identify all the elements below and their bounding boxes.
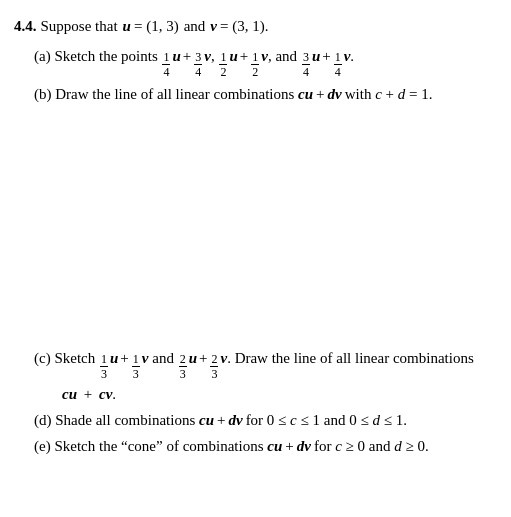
- frac-3-4-a: 34: [194, 50, 202, 80]
- v-bold-a1: v,: [204, 44, 218, 68]
- part-a-and: and: [275, 44, 300, 68]
- part-b-text: Draw the line of all linear combinations: [55, 82, 298, 106]
- part-d-text1: Shade all combinations: [55, 408, 199, 432]
- frac-2-3-c1: 23: [179, 352, 187, 382]
- cv-bold-c: cv.: [99, 386, 116, 402]
- u-bold-c2: u: [189, 346, 197, 370]
- part-a: (a) Sketch the points 14 u + 34 v, 12 u …: [34, 44, 493, 80]
- plus-b: +: [316, 82, 324, 106]
- plus-e: +: [285, 434, 293, 458]
- problem-number: 4.4.: [14, 14, 37, 38]
- plus-d: +: [217, 408, 225, 432]
- v-bold-c2: v.: [220, 346, 234, 370]
- problem-header: 4.4. Suppose that u = (1, 3) and v = (3,…: [14, 14, 493, 42]
- dv-bold-e: dv: [297, 434, 311, 458]
- part-c: (c) Sketch 13 u + 13 v and 23 u + 23 v. …: [34, 346, 493, 406]
- dv-bold-b: dv: [328, 82, 342, 106]
- u-bold-a2: u: [229, 44, 237, 68]
- premise-text: Suppose that: [41, 14, 118, 38]
- frac-1-4-b: 14: [334, 50, 342, 80]
- frac-2-3-c2: 23: [210, 352, 218, 382]
- v-bold-a2: v,: [261, 44, 275, 68]
- frac-1-4-a: 14: [162, 50, 170, 80]
- u-var: u: [123, 14, 131, 38]
- part-b: (b) Draw the line of all linear combinat…: [34, 82, 493, 106]
- part-d-label: (d): [34, 408, 55, 432]
- frac-1-2-a: 12: [219, 50, 227, 80]
- condition-d: for 0 ≤ c ≤ 1 and 0 ≤ d ≤ 1.: [246, 408, 407, 432]
- condition-e: for c ≥ 0 and d ≥ 0.: [314, 434, 429, 458]
- cu-bold-b: cu: [298, 82, 313, 106]
- cu-bold-e: cu: [267, 434, 282, 458]
- part-a-text1: Sketch the points: [54, 44, 161, 68]
- u-bold-a1: u: [172, 44, 180, 68]
- frac-1-2-b: 12: [251, 50, 259, 80]
- and-c: and: [152, 346, 177, 370]
- frac-3-4-b: 34: [302, 50, 310, 80]
- u-bold-a3: u: [312, 44, 320, 68]
- v-bold-a3: v.: [344, 44, 354, 68]
- u-bold-c1: u: [110, 346, 118, 370]
- sketch-space: [14, 108, 493, 346]
- frac-1-3-c2: 13: [132, 352, 140, 382]
- dv-bold-d: dv: [228, 408, 242, 432]
- and-text: and: [184, 14, 206, 38]
- cu-bold-c: cu: [62, 386, 77, 402]
- part-c-sketch: Sketch: [54, 346, 99, 370]
- part-e-text1: Sketch the “cone” of combinations: [54, 434, 267, 458]
- v-value: = (3, 1).: [220, 14, 268, 38]
- v-bold-c1: v: [142, 346, 152, 370]
- frac-1-3-c1: 13: [100, 352, 108, 382]
- part-e-label: (e): [34, 434, 54, 458]
- part-b-label: (b): [34, 82, 55, 106]
- part-c-line1: (c) Sketch 13 u + 13 v and 23 u + 23 v. …: [34, 346, 493, 382]
- page: 4.4. Suppose that u = (1, 3) and v = (3,…: [0, 0, 511, 517]
- condition-b: with c + d = 1.: [345, 82, 433, 106]
- v-var: v: [210, 14, 217, 38]
- u-value: = (1, 3): [134, 14, 179, 38]
- part-c-line2: cu + cv.: [62, 382, 493, 406]
- plus-c: +: [84, 386, 92, 402]
- part-c-label: (c): [34, 346, 54, 370]
- part-c-draw: Draw the line of all linear combinations: [235, 346, 474, 370]
- cu-bold-d: cu: [199, 408, 214, 432]
- part-a-label: (a): [34, 44, 54, 68]
- part-d: (d) Shade all combinations cu + dv for 0…: [34, 408, 493, 432]
- part-e: (e) Sketch the “cone” of combinations cu…: [34, 434, 493, 458]
